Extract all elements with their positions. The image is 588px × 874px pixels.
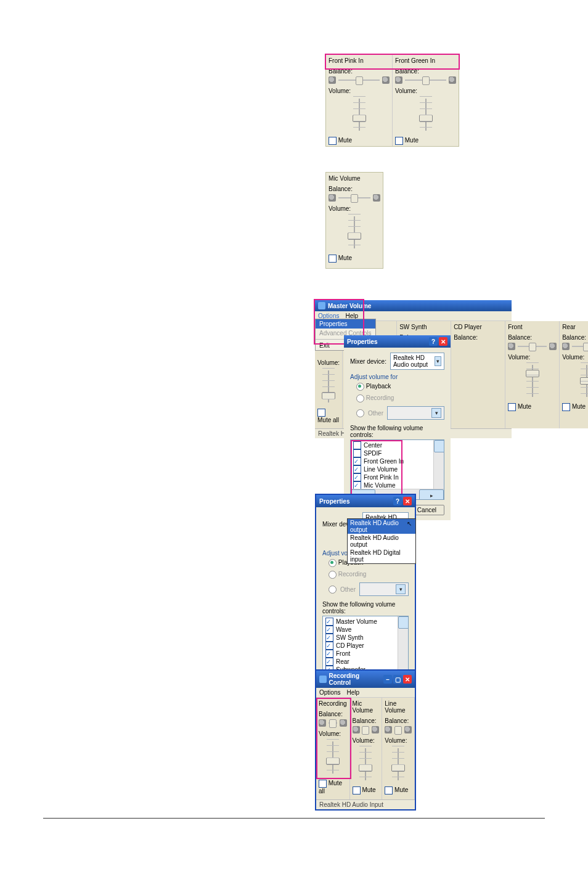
list-item[interactable]: SW Synth <box>325 634 406 642</box>
volume-label: Volume: <box>326 205 383 214</box>
radio-other[interactable] <box>329 586 337 594</box>
dropdown-option[interactable]: Realtek HD Digital input <box>348 549 415 563</box>
list-label: Show the following volume controls: <box>322 601 409 615</box>
strip-title: Mic Volume <box>350 698 382 717</box>
mute-checkbox[interactable] <box>395 137 403 145</box>
cursor-icon: ↖ <box>407 520 412 527</box>
volume-slider[interactable] <box>326 96 392 133</box>
mute-checkbox[interactable] <box>353 786 361 794</box>
close-button[interactable]: ✕ <box>403 497 412 505</box>
list-item-label: Rear <box>336 658 349 666</box>
menu-options[interactable]: Options <box>319 689 340 696</box>
titlebar[interactable]: Properties ? ✕ <box>316 495 415 507</box>
checkbox[interactable] <box>325 658 333 666</box>
balance-label: Balance: <box>326 186 383 194</box>
speaker-left-icon <box>329 76 336 84</box>
checkbox[interactable] <box>325 626 333 634</box>
volume-slider[interactable] <box>326 214 383 251</box>
scroll-up-icon[interactable]: ▴ <box>434 440 444 452</box>
volume-label: Volume: <box>382 737 414 746</box>
close-button[interactable]: ✕ <box>439 337 447 346</box>
scrollbar-vertical[interactable]: ▴ <box>433 440 444 489</box>
dropdown-option[interactable]: Realtek HD Audio output <box>348 519 415 534</box>
mute-label: Mute <box>338 137 352 144</box>
mute-checkbox[interactable] <box>329 137 337 145</box>
window-title: Recording Control <box>329 672 381 686</box>
volume-slider[interactable] <box>350 746 382 783</box>
list-item[interactable]: Wave <box>325 626 406 634</box>
highlight-box <box>316 698 351 779</box>
menubar[interactable]: Options Help <box>316 688 415 698</box>
titlebar[interactable]: Properties ? ✕ <box>344 335 451 348</box>
list-item[interactable]: Master Volume <box>325 618 406 626</box>
radio-playback[interactable] <box>356 383 364 391</box>
speaker-right-icon <box>382 76 390 84</box>
checkbox[interactable] <box>325 650 333 658</box>
menu-help[interactable]: Help <box>346 689 359 696</box>
list-label: Show the following volume controls: <box>350 425 444 438</box>
mixer-strip: Line VolumeBalance:Volume: Mute <box>382 698 415 799</box>
mixer-device-combo[interactable]: Realtek HD Audio output ▾ <box>390 353 444 370</box>
close-button[interactable]: ✕ <box>403 675 412 684</box>
statusbar: Realtek HD Audio Input <box>316 799 415 809</box>
mute-label: Mute <box>405 137 419 144</box>
balance-slider[interactable] <box>350 726 382 737</box>
recording-control-window: Recording Control – ▢ ✕ Options Help Rec… <box>315 669 416 811</box>
speaker-left-icon <box>329 194 336 202</box>
mute-all-checkbox[interactable] <box>317 409 325 417</box>
volume-controls-list[interactable]: Center SPDIF Front Green In Line Volume … <box>350 439 444 500</box>
mixer-device-value: Realtek HD Audio output <box>393 354 435 368</box>
mute-all-label: Mute all <box>317 417 339 423</box>
mixer-device-dropdown[interactable]: Realtek HD Audio output Realtek HD Audio… <box>347 518 416 564</box>
scroll-up-icon[interactable]: ▴ <box>398 616 409 629</box>
mute-checkbox[interactable] <box>385 786 393 794</box>
list-item-label: Front <box>336 650 350 658</box>
balance-slider[interactable] <box>382 726 414 737</box>
balance-slider[interactable] <box>326 194 383 205</box>
volume-slider[interactable] <box>393 96 459 133</box>
dropdown-option[interactable]: Realtek HD Audio output <box>348 534 415 549</box>
balance-slider[interactable] <box>326 76 392 88</box>
mixer-strip: FrontBalance: Volume: Mute <box>505 321 560 428</box>
properties-dialog: Properties ? ✕ Mixer device: Realtek HD … <box>344 335 451 520</box>
volume-slider[interactable] <box>560 362 588 399</box>
scrollbar-vertical[interactable]: ▴ <box>398 616 408 673</box>
balance-slider[interactable] <box>393 76 459 88</box>
scroll-right-icon[interactable]: ▸ <box>419 489 444 500</box>
checkbox[interactable] <box>325 618 333 626</box>
radio-other[interactable] <box>356 409 364 417</box>
volume-slider[interactable] <box>382 746 414 783</box>
minimize-button[interactable]: – <box>383 675 392 684</box>
help-button[interactable]: ? <box>393 497 402 505</box>
speaker-right-icon <box>404 726 412 733</box>
checkbox[interactable] <box>325 634 333 642</box>
speaker-right-icon <box>372 726 379 733</box>
help-button[interactable]: ? <box>429 337 438 346</box>
mixer-strip: RearBalance: Volume: Mute <box>560 321 588 428</box>
chevron-down-icon[interactable]: ▾ <box>435 356 441 366</box>
strip-title: Line Volume <box>382 698 414 717</box>
mixer-device-label: Mixer device: <box>350 358 386 365</box>
window-title: Properties <box>319 498 349 505</box>
mute-checkbox[interactable] <box>319 780 327 788</box>
radio-recording[interactable] <box>329 571 337 579</box>
list-item-label: SW Synth <box>336 634 363 642</box>
app-icon <box>319 676 327 683</box>
volume-label: Volume: <box>393 88 459 96</box>
list-item-label: Master Volume <box>336 618 377 626</box>
volume-slider[interactable] <box>505 362 559 399</box>
checkbox[interactable] <box>325 642 333 650</box>
radio-recording[interactable] <box>356 394 364 402</box>
speaker-right-icon <box>373 194 380 202</box>
list-item[interactable]: Front <box>325 650 406 658</box>
list-item[interactable]: Rear <box>325 658 406 666</box>
mixer-strip-mic-volume: Mic Volume Balance: Volume: Mute <box>325 172 383 269</box>
list-item[interactable]: CD Player <box>325 642 406 650</box>
maximize-button[interactable]: ▢ <box>393 675 402 684</box>
volume-slider[interactable] <box>315 368 342 405</box>
titlebar[interactable]: Recording Control – ▢ ✕ <box>316 671 415 688</box>
radio-playback[interactable] <box>329 559 337 567</box>
page-divider <box>43 818 545 819</box>
mute-label: Mute <box>362 786 375 793</box>
mute-checkbox[interactable] <box>329 255 337 263</box>
